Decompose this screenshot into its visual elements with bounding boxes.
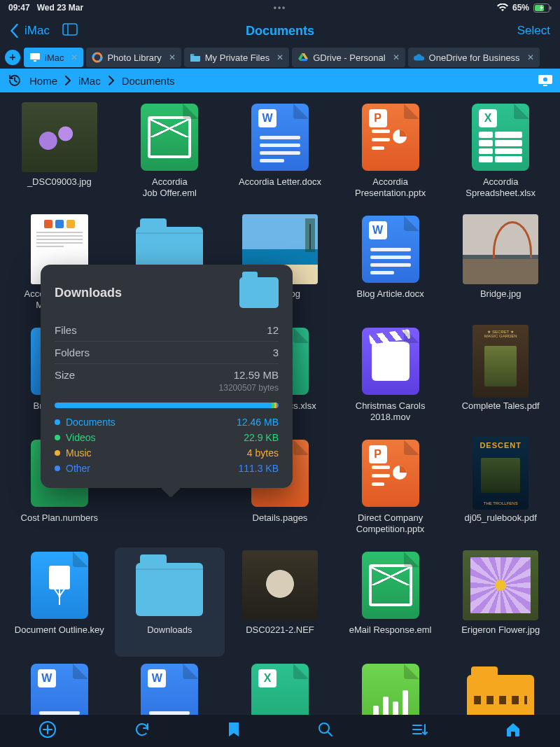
pdf-thumb: ★ SECRET ★MAGIC GARDEN xyxy=(472,325,528,398)
tab-imac[interactable]: iMac ✕ xyxy=(24,48,83,67)
file-item[interactable]: W Accordia Letter.docx xyxy=(225,99,335,209)
file-name: DSC0221-2.NEF xyxy=(246,624,314,636)
storage-usage-bar xyxy=(55,403,279,408)
home-button[interactable] xyxy=(505,722,522,740)
tab-photo-library[interactable]: Photo Library ✕ xyxy=(86,48,181,67)
svg-rect-6 xyxy=(34,60,36,62)
battery-percent: 65% xyxy=(512,3,529,13)
docx-icon: W xyxy=(362,216,419,283)
svg-rect-2 xyxy=(550,6,552,10)
file-item[interactable]: P Direct CompanyCompetition.pptx xyxy=(335,435,446,545)
chevron-right-icon xyxy=(108,76,115,85)
monitor-icon xyxy=(29,52,41,63)
photo-thumb xyxy=(22,102,97,172)
sort-button[interactable] xyxy=(411,722,428,740)
file-name: Cost Plan.numbers xyxy=(21,512,99,524)
search-button[interactable] xyxy=(317,721,334,741)
status-bar: 09:47 Wed 23 Mar ••• 65% xyxy=(0,0,560,15)
file-item[interactable]: Erigeron Flower.jpg xyxy=(445,547,556,657)
file-item[interactable] xyxy=(335,659,446,715)
gdrive-icon xyxy=(298,52,309,63)
add-tab-button[interactable]: + xyxy=(3,46,22,69)
mov-icon xyxy=(362,328,419,395)
file-item[interactable]: DESCENTTHE TROLLFENS dj05_rulebook.pdf xyxy=(445,435,556,545)
wifi-icon xyxy=(497,4,508,12)
file-item[interactable]: AccordiaJob Offer.eml xyxy=(115,99,225,209)
eml-icon xyxy=(362,552,419,619)
tab-my-private-files[interactable]: My Private Files ✕ xyxy=(184,48,289,67)
dot-icon xyxy=(55,435,60,440)
svg-point-10 xyxy=(543,78,547,82)
info-row-folders: Folders 3 xyxy=(55,342,279,364)
category-videos: Videos 22.9 KB xyxy=(55,432,279,443)
file-item[interactable]: W Blog Article.docx xyxy=(335,211,446,321)
back-button[interactable] xyxy=(10,24,19,38)
file-name: Details.pages xyxy=(253,512,308,524)
add-button[interactable] xyxy=(38,720,57,741)
photo-thumb xyxy=(463,550,538,620)
file-item[interactable]: Document Outline.key xyxy=(4,547,115,657)
file-name: Bridge.jpg xyxy=(480,288,522,300)
close-icon[interactable]: ✕ xyxy=(276,53,284,62)
file-item[interactable]: P AccordiaPresentation.pptx xyxy=(335,99,446,209)
file-item[interactable]: W xyxy=(4,659,115,715)
display-icon[interactable] xyxy=(538,73,553,88)
info-row-files: Files 12 xyxy=(55,319,279,342)
docx-icon: W xyxy=(31,664,88,715)
status-date: Wed 23 Mar xyxy=(37,3,83,13)
photo-thumb xyxy=(242,550,318,620)
file-item[interactable]: eMail Response.eml xyxy=(335,547,446,657)
crumb-imac[interactable]: iMac xyxy=(78,75,101,87)
pptx-icon: P xyxy=(362,440,419,507)
file-item[interactable]: Bridge.jpg xyxy=(445,211,556,321)
numbers-icon xyxy=(362,664,419,715)
file-item[interactable]: Christmas Carols2018.mov xyxy=(335,323,446,433)
tab-label: My Private Files xyxy=(205,53,270,63)
file-name: Direct CompanyCompetition.pptx xyxy=(356,512,425,536)
eml-icon xyxy=(141,104,198,171)
close-icon[interactable]: ✕ xyxy=(527,53,534,62)
file-item[interactable]: DSC0221-2.NEF xyxy=(225,547,335,657)
refresh-button[interactable] xyxy=(134,721,150,741)
file-item[interactable]: ★ SECRET ★MAGIC GARDEN Complete Tales.pd… xyxy=(445,323,556,433)
select-button[interactable]: Select xyxy=(517,24,550,38)
sidebar-toggle-icon[interactable] xyxy=(62,23,78,39)
back-label[interactable]: iMac xyxy=(24,24,50,38)
file-name: Christmas Carols2018.mov xyxy=(356,400,426,424)
file-name: Document Outline.key xyxy=(15,624,104,636)
svg-rect-18 xyxy=(372,482,384,486)
file-item-downloads[interactable]: Downloads xyxy=(115,547,225,657)
file-item[interactable]: X AccordiaSpreadsheet.xlsx xyxy=(445,99,556,209)
file-item[interactable] xyxy=(445,659,556,715)
info-label: Folders xyxy=(55,347,90,358)
category-label: Other xyxy=(66,463,90,474)
file-name: _DSC09003.jpg xyxy=(27,176,92,188)
category-music: Music 4 bytes xyxy=(55,447,279,459)
folder-icon xyxy=(239,277,279,308)
bookmark-button[interactable] xyxy=(227,721,240,741)
file-item[interactable]: _DSC09003.jpg xyxy=(4,99,115,209)
file-name: Accordia Letter.docx xyxy=(239,176,321,188)
category-value: 22.9 KB xyxy=(244,432,279,443)
xlsx-icon: X xyxy=(251,664,309,715)
file-name: Downloads xyxy=(147,624,192,636)
folder-info-popover: Downloads Files 12 Folders 3 Size 12.59 … xyxy=(41,265,293,488)
multitask-dots-icon[interactable]: ••• xyxy=(274,3,287,13)
category-label: Music xyxy=(66,447,92,459)
file-item[interactable]: W xyxy=(115,659,225,715)
close-icon[interactable]: ✕ xyxy=(71,53,78,62)
crumb-documents[interactable]: Documents xyxy=(122,75,175,87)
category-label: Videos xyxy=(66,432,96,443)
docx-icon: W xyxy=(251,104,309,171)
file-item[interactable]: X xyxy=(225,659,335,715)
history-icon[interactable] xyxy=(7,73,22,88)
close-icon[interactable]: ✕ xyxy=(393,53,400,62)
chevron-right-icon xyxy=(64,76,71,85)
svg-rect-17 xyxy=(372,474,390,477)
onedrive-icon xyxy=(414,52,425,63)
tab-onedrive[interactable]: OneDrive for Business ✕ xyxy=(408,48,540,67)
close-icon[interactable]: ✕ xyxy=(169,53,176,62)
crumb-home[interactable]: Home xyxy=(29,75,57,87)
tab-label: Photo Library xyxy=(107,53,161,63)
tab-gdrive[interactable]: GDrive - Personal ✕ xyxy=(292,48,405,67)
